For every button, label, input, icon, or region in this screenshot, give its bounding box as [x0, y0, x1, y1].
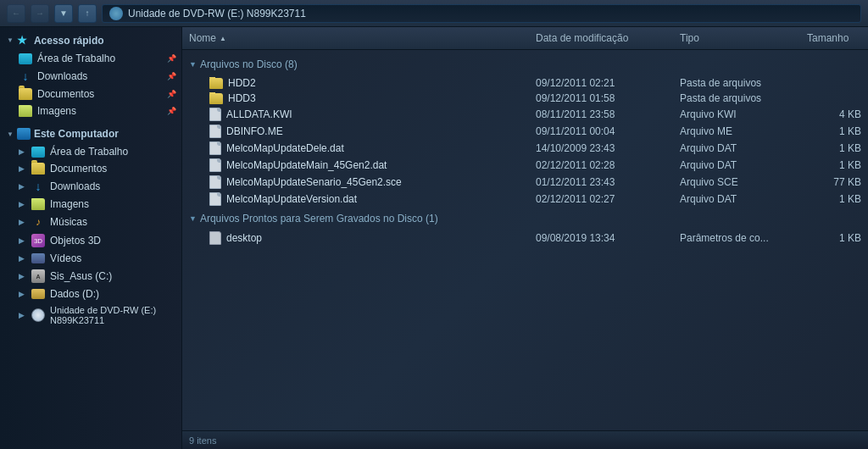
file-size: 77 KB: [800, 176, 868, 188]
file-name-cell: HDD3: [182, 92, 529, 104]
sidebar-item-dvdrw-e[interactable]: ▶ Unidade de DVD-RW (E:) N899K23711: [0, 302, 181, 328]
file-name-cell: MelcoMapUpdateDele.dat: [182, 141, 529, 155]
sidebar-item-musicas-pc[interactable]: ▶ ♪ Músicas: [0, 213, 181, 231]
sidebar-item-area-de-trabalho-pc[interactable]: ▶ Área de Trabalho: [0, 143, 181, 160]
file-icon: [209, 192, 221, 206]
file-date: 08/11/2011 23:58: [529, 108, 673, 120]
table-row[interactable]: HDD2 09/12/2011 02:21 Pasta de arquivos: [182, 75, 868, 91]
col-data-label: Data de modificação: [536, 32, 628, 44]
3d-icon: 3D: [31, 234, 45, 247]
table-row[interactable]: MelcoMapUpdateMain_45Gen2.dat 02/12/2011…: [182, 157, 868, 174]
file-type: Arquivo DAT: [673, 159, 800, 171]
download-icon: ↓: [19, 69, 32, 83]
sidebar-item-imagens-quick[interactable]: Imagens 📌: [0, 103, 181, 119]
file-type: Parâmetros de co...: [673, 232, 800, 244]
expand-icon: ▶: [19, 164, 25, 173]
sidebar-item-label: Documentos: [37, 88, 94, 100]
pin-icon: 📌: [167, 107, 176, 115]
up-button[interactable]: ↑: [78, 4, 97, 23]
table-row[interactable]: DBINFO.ME 09/11/2011 00:04 Arquivo ME 1 …: [182, 123, 868, 140]
sidebar-item-label: Imagens: [50, 198, 89, 210]
file-type: Pasta de arquivos: [673, 92, 800, 104]
content-area: Nome ▲ Data de modificação Tipo Tamanho …: [182, 27, 868, 449]
col-header-data[interactable]: Data de modificação: [529, 30, 673, 46]
sidebar-section-este-computador[interactable]: ▼ Este Computador: [0, 125, 181, 143]
file-type: Arquivo KWI: [673, 108, 800, 120]
section-header-arquivos-prontos[interactable]: ▼ Arquivos Prontos para Serem Gravados n…: [182, 208, 868, 230]
expand-icon: ▶: [19, 236, 25, 245]
sidebar-item-label: Unidade de DVD-RW (E:) N899K23711: [50, 305, 175, 325]
file-name: MelcoMapUpdateSenario_45Gen2.sce: [226, 176, 402, 188]
col-nome-label: Nome: [189, 32, 216, 44]
file-icon: [209, 141, 221, 155]
table-row[interactable]: MelcoMapUpdateVersion.dat 02/12/2011 02:…: [182, 191, 868, 208]
col-tamanho-label: Tamanho: [807, 32, 849, 44]
col-header-nome[interactable]: Nome ▲: [182, 30, 529, 46]
sidebar-item-objetos-3d-pc[interactable]: ▶ 3D Objetos 3D: [0, 231, 181, 250]
file-name-cell: DBINFO.ME: [182, 125, 529, 138]
table-row[interactable]: ALLDATA.KWI 08/11/2011 23:58 Arquivo KWI…: [182, 106, 868, 123]
file-name-cell: ALLDATA.KWI: [182, 108, 529, 121]
file-name: MelcoMapUpdateMain_45Gen2.dat: [226, 159, 387, 171]
address-bar[interactable]: Unidade de DVD-RW (E:) N899K23711: [102, 4, 861, 23]
file-date: 01/12/2011 23:43: [529, 176, 673, 188]
file-date: 09/08/2019 13:34: [529, 232, 673, 244]
star-icon: ★: [17, 34, 27, 47]
file-list: ▼ Arquivos no Disco (8) HDD2 09/12/2011 …: [182, 50, 868, 430]
title-bar: ← → ▼ ↑ Unidade de DVD-RW (E:) N899K2371…: [0, 0, 868, 27]
pin-icon: 📌: [167, 72, 176, 80]
sidebar-item-dados-d[interactable]: ▶ Dados (D:): [0, 285, 181, 302]
section-header-arquivos-disco[interactable]: ▼ Arquivos no Disco (8): [182, 53, 868, 75]
file-icon: [209, 231, 221, 245]
down-button[interactable]: ▼: [54, 4, 73, 23]
sidebar-item-documentos-quick[interactable]: Documentos 📌: [0, 86, 181, 103]
table-row[interactable]: HDD3 09/12/2011 01:58 Pasta de arquivos: [182, 91, 868, 106]
section-label: Arquivos no Disco (8): [200, 58, 298, 70]
main-layout: ▼ ★ Acesso rápido Área de Trabalho 📌 ↓ D…: [0, 27, 868, 449]
expand-icon: ▶: [19, 311, 25, 319]
table-row[interactable]: MelcoMapUpdateDele.dat 14/10/2009 23:43 …: [182, 140, 868, 157]
file-date: 14/10/2009 23:43: [529, 142, 673, 154]
folder-icon: [209, 93, 223, 104]
file-type: Arquivo SCE: [673, 176, 800, 188]
sidebar-item-area-de-trabalho-quick[interactable]: Área de Trabalho 📌: [0, 50, 181, 67]
asus-icon: A: [31, 269, 45, 283]
file-date: 09/12/2011 02:21: [529, 77, 673, 89]
col-header-tamanho[interactable]: Tamanho: [800, 30, 868, 46]
drive-yellow-icon: [31, 289, 45, 299]
sidebar-item-documentos-pc[interactable]: ▶ Documentos: [0, 160, 181, 177]
sidebar-item-downloads-quick[interactable]: ↓ Downloads 📌: [0, 67, 181, 86]
sidebar-section-acesso-rapido[interactable]: ▼ ★ Acesso rápido: [0, 30, 181, 50]
file-name: MelcoMapUpdateDele.dat: [226, 142, 344, 154]
file-name-cell: MelcoMapUpdateMain_45Gen2.dat: [182, 158, 529, 172]
table-row[interactable]: MelcoMapUpdateSenario_45Gen2.sce 01/12/2…: [182, 174, 868, 191]
file-size: 4 KB: [800, 108, 868, 120]
file-icon: [209, 108, 221, 121]
file-date: 09/11/2011 00:04: [529, 125, 673, 137]
sidebar-item-label: Sis_Asus (C:): [50, 270, 112, 282]
address-text: Unidade de DVD-RW (E:) N899K23711: [128, 8, 306, 19]
file-name-cell: MelcoMapUpdateSenario_45Gen2.sce: [182, 175, 529, 189]
dvd-icon: [31, 308, 45, 322]
col-header-tipo[interactable]: Tipo: [673, 30, 800, 46]
sidebar-item-downloads-pc[interactable]: ▶ ↓ Downloads: [0, 177, 181, 196]
images-icon: [31, 198, 45, 210]
table-row[interactable]: desktop 09/08/2019 13:34 Parâmetros de c…: [182, 230, 868, 247]
column-headers: Nome ▲ Data de modificação Tipo Tamanho: [182, 27, 868, 50]
back-button[interactable]: ←: [7, 4, 25, 23]
sidebar-item-label: Documentos: [50, 163, 107, 175]
file-name: DBINFO.ME: [226, 125, 283, 137]
video-icon: [31, 253, 45, 263]
forward-button[interactable]: →: [31, 4, 49, 23]
expand-icon: ▶: [19, 182, 25, 191]
desktop-icon: [19, 53, 32, 64]
file-date: 02/12/2011 02:28: [529, 159, 673, 171]
folder-icon: [209, 78, 223, 89]
music-icon: ♪: [31, 215, 45, 229]
folder-icon: [31, 163, 45, 175]
sidebar-item-videos-pc[interactable]: ▶ Vídeos: [0, 250, 181, 267]
file-date: 09/12/2011 01:58: [529, 92, 673, 104]
sidebar-item-sis-asus-c[interactable]: ▶ A Sis_Asus (C:): [0, 267, 181, 285]
sidebar-item-imagens-pc[interactable]: ▶ Imagens: [0, 196, 181, 213]
chevron-icon: ▼: [189, 214, 197, 223]
